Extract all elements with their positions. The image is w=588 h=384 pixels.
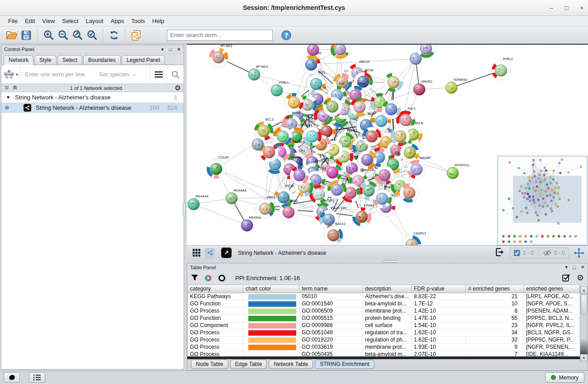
pan-crosshair-icon[interactable] [574, 248, 584, 258]
scroll-up-arrow[interactable]: ▲ [580, 286, 588, 294]
string-search-button[interactable] [167, 65, 184, 84]
task-history-button[interactable] [29, 372, 45, 383]
tab-string-enrichment[interactable]: STRING Enrichment [315, 360, 374, 369]
select-rows-checkbox-icon[interactable] [562, 274, 570, 282]
hidden-eye-icon[interactable] [543, 250, 551, 256]
horizontal-splitter[interactable] [187, 260, 588, 263]
birds-eye-view[interactable] [498, 156, 588, 245]
column-header-5[interactable]: # enriched genes [466, 285, 524, 293]
clone-network-button[interactable] [129, 28, 143, 42]
collapse-all-button[interactable] [4, 84, 9, 92]
menu-apps[interactable]: Apps [107, 18, 128, 24]
float-panel-icon[interactable]: □ [573, 265, 576, 270]
network-node-vsnl1[interactable]: VSNL1 [271, 81, 289, 96]
minimize-button[interactable]: – [550, 5, 553, 11]
export-network-button[interactable] [494, 247, 505, 259]
network-node[interactable] [307, 45, 319, 56]
zoom-fit-button[interactable] [70, 28, 85, 42]
tab-boundaries[interactable]: Boundaries [83, 55, 121, 65]
memory-button[interactable]: Memory [545, 372, 584, 383]
cytoscape-tasks-button[interactable] [4, 372, 20, 383]
network-node-cd2ap[interactable]: CD2AP [205, 156, 229, 180]
column-header-2[interactable]: term name [299, 285, 363, 293]
panel-menu-icon[interactable]: ▾ [565, 264, 568, 270]
scrollbar-thumb[interactable] [581, 294, 587, 315]
filter-funnel-icon[interactable] [191, 274, 199, 281]
zoom-selected-button[interactable] [85, 28, 99, 42]
network-node[interactable] [329, 45, 351, 61]
search-input[interactable] [167, 30, 273, 41]
gear-icon[interactable]: ⚙ [175, 84, 181, 92]
zoom-out-button[interactable] [56, 28, 70, 42]
table-row[interactable]: GO FunctionGO:0001540beta-amyloid bi...1… [188, 300, 580, 308]
refresh-button[interactable] [107, 28, 121, 42]
network-node-mt-nd2[interactable]: MT-ND2 [208, 45, 233, 68]
column-header-6[interactable]: enriched genes [524, 285, 580, 293]
expand-all-button[interactable] [12, 84, 18, 92]
network-node[interactable] [382, 71, 404, 93]
menu-select[interactable]: Select [58, 18, 82, 24]
network-node-cadps2[interactable]: CADPS2 [400, 232, 426, 245]
tab-edge-table[interactable]: Edge Table [230, 360, 267, 369]
vertical-splitter-handle[interactable] [183, 202, 185, 217]
gear-icon[interactable]: ⚙ [577, 274, 584, 281]
scroll-down-arrow[interactable]: ▼ [580, 354, 588, 361]
save-session-button[interactable] [19, 28, 33, 42]
selected-checkbox-icon[interactable] [514, 250, 520, 256]
table-row[interactable]: KEGG Pathways05010Alzheimer's dise...8.8… [188, 293, 580, 300]
table-vertical-scrollbar[interactable]: ▲ ▼ [580, 286, 588, 361]
maximize-button[interactable]: □ [565, 5, 569, 11]
column-header-1[interactable]: chart color [243, 285, 299, 293]
panel-menu-icon[interactable]: ▾ [161, 47, 164, 52]
network-node-mt-nd1[interactable]: MT-ND1 [248, 65, 268, 80]
menu-view[interactable]: View [38, 18, 58, 24]
grid-view-button[interactable] [190, 246, 202, 260]
table-row[interactable]: GO ProcessGO:0051049regulation of tra...… [188, 329, 580, 337]
menu-tools[interactable]: Tools [128, 18, 148, 24]
network-node-ms4a4e[interactable]: MS4A4E [241, 216, 262, 231]
column-header-4[interactable]: FDR p-value [412, 285, 466, 293]
table-row[interactable]: GO ProcessGO:0050435beta-amyloid m...2.0… [188, 351, 580, 356]
close-panel-icon[interactable]: ✕ [581, 264, 585, 270]
menu-file[interactable]: File [5, 18, 21, 24]
close-panel-icon[interactable]: ✕ [177, 47, 181, 52]
open-session-button[interactable] [5, 28, 19, 42]
network-collection-row[interactable]: ▼ String Network - Alzheimer's disease 1 [1, 92, 184, 103]
table-row[interactable]: GO ProcessGO:0006509membrane prot...1.42… [188, 308, 580, 315]
set-species-hint[interactable]: Set species → [99, 71, 137, 78]
tab-node-table[interactable]: Node Table [191, 360, 228, 369]
column-header-3[interactable]: description [363, 285, 412, 293]
tab-legend-panel[interactable]: Legend Panel [122, 55, 165, 65]
table-row[interactable]: GO ProcessGO:0019220regulation of ph...1… [188, 337, 580, 344]
table-row[interactable]: GO FunctionGO:0005515protein binding1.47… [188, 315, 580, 322]
network-node-epha4[interactable]: EPHA4 [351, 204, 375, 227]
tab-style[interactable]: Style [34, 55, 57, 65]
menu-help[interactable]: Help [149, 18, 168, 24]
network-node-mthfd1l[interactable]: MTHFD1L [447, 164, 469, 179]
close-button[interactable]: × [580, 5, 583, 11]
string-options-button[interactable] [151, 65, 167, 84]
string-app-selector[interactable]: STRING ▾ [1, 65, 20, 84]
table-row[interactable]: GO ProcessGO:0033619membrane prot...1.93… [188, 344, 580, 351]
network-row-selected[interactable]: String Network - Alzheimer's disease 100… [1, 103, 184, 113]
string-query-placeholder[interactable]: Enter one term per line. [25, 71, 86, 78]
donut-chart-icon[interactable] [204, 274, 212, 282]
share-network-button[interactable] [205, 248, 215, 258]
help-button[interactable]: ? [279, 28, 294, 42]
menu-layout[interactable]: Layout [82, 18, 107, 24]
open-in-string-button[interactable]: ↗ [221, 248, 232, 258]
network-node[interactable] [252, 139, 264, 150]
column-header-0[interactable]: category [188, 285, 243, 293]
network-node-ms4a6a[interactable]: MS4A6A [226, 189, 247, 204]
table-row[interactable]: GO ComponentGO:0009986cell surface1.54E-… [188, 322, 580, 329]
ring-chart-icon[interactable] [218, 274, 226, 282]
collapse-triangle-icon[interactable]: ▼ [1, 95, 15, 100]
tab-network[interactable]: Network [4, 55, 33, 65]
tab-network-table[interactable]: Network Table [269, 360, 313, 369]
float-panel-icon[interactable]: □ [169, 47, 172, 52]
network-node-smug1[interactable]: SMUG1 [413, 80, 432, 95]
network-node-tomm40[interactable]: TOMM40 [446, 78, 467, 94]
network-node-pvrl2[interactable]: PVRL2 [490, 57, 513, 81]
tab-select[interactable]: Select [57, 55, 82, 65]
zoom-in-button[interactable] [41, 28, 56, 42]
